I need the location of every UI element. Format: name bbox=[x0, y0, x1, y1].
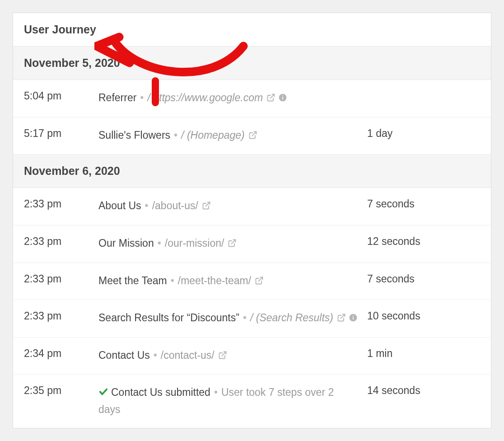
separator-dot: • bbox=[145, 200, 149, 211]
svg-rect-11 bbox=[353, 315, 354, 316]
check-icon bbox=[98, 385, 108, 402]
entry-time: 5:04 pm bbox=[24, 90, 98, 102]
entry-path: https://www.google.com bbox=[153, 92, 263, 103]
entry-title: Referrer bbox=[98, 92, 136, 103]
entry-main: Search Results for “Discounts”•/ (Search… bbox=[98, 310, 367, 327]
entry-path-prefix: / bbox=[181, 129, 187, 141]
entry-time: 2:33 pm bbox=[24, 273, 98, 285]
entry-path: (Homepage) bbox=[187, 129, 245, 141]
entry-time: 5:17 pm bbox=[24, 127, 98, 140]
entry-path: /our-mission/ bbox=[165, 237, 224, 249]
entry-duration: 1 day bbox=[367, 127, 480, 140]
svg-line-8 bbox=[341, 314, 345, 319]
separator-dot: • bbox=[174, 129, 177, 141]
entry-path-prefix: / bbox=[250, 312, 256, 324]
info-icon[interactable] bbox=[278, 91, 287, 107]
separator-dot: • bbox=[140, 92, 144, 103]
entry-title: Meet the Team bbox=[98, 275, 167, 286]
panel-title: User Journey bbox=[24, 23, 480, 36]
journey-entry: 2:33 pmSearch Results for “Discounts”•/ … bbox=[13, 300, 491, 338]
external-link-icon[interactable] bbox=[248, 128, 257, 145]
journey-entry: 5:17 pmSullie's Flowers•/ (Homepage)1 da… bbox=[13, 117, 491, 155]
svg-rect-10 bbox=[353, 317, 354, 320]
external-link-icon[interactable] bbox=[218, 348, 227, 365]
separator-dot: • bbox=[171, 275, 174, 286]
entry-time: 2:33 pm bbox=[24, 310, 98, 322]
external-link-icon[interactable] bbox=[337, 311, 346, 327]
external-link-icon[interactable] bbox=[255, 274, 264, 290]
svg-rect-2 bbox=[282, 97, 283, 99]
entry-duration: 10 seconds bbox=[367, 310, 480, 322]
entry-main: Contact Us•/contact-us/ bbox=[98, 347, 367, 365]
entry-title: Our Mission bbox=[98, 237, 154, 249]
entry-main: Referrer•/ https://www.google.com bbox=[98, 90, 367, 107]
journey-entry: 2:33 pmAbout Us•/about-us/7 seconds bbox=[13, 188, 491, 225]
date-header: November 5, 2020 bbox=[13, 47, 491, 80]
entry-path-prefix: / bbox=[147, 92, 153, 103]
entry-main: Meet the Team•/meet-the-team/ bbox=[98, 273, 367, 290]
separator-dot: • bbox=[243, 312, 247, 324]
date-header: November 6, 2020 bbox=[13, 155, 491, 188]
separator-dot: • bbox=[214, 386, 218, 398]
entry-title: Contact Us bbox=[98, 349, 150, 361]
entry-main: About Us•/about-us/ bbox=[98, 198, 367, 215]
entry-path: /about-us/ bbox=[152, 200, 198, 211]
svg-line-7 bbox=[258, 277, 262, 281]
entry-duration: 12 seconds bbox=[367, 235, 480, 248]
journey-entry: 2:33 pmMeet the Team•/meet-the-team/7 se… bbox=[13, 263, 491, 300]
entry-title: Search Results for “Discounts” bbox=[98, 312, 239, 324]
entry-time: 2:33 pm bbox=[24, 235, 98, 248]
journey-entry: 2:35 pmContact Us submitted•User took 7 … bbox=[13, 375, 491, 427]
svg-line-12 bbox=[222, 352, 226, 356]
svg-line-6 bbox=[232, 239, 236, 244]
entry-path: /meet-the-team/ bbox=[178, 275, 251, 286]
entry-path: (Search Results) bbox=[256, 312, 333, 324]
entry-duration: 7 seconds bbox=[367, 273, 480, 285]
journey-entry: 2:33 pmOur Mission•/our-mission/12 secon… bbox=[13, 225, 491, 263]
entry-title: Sullie's Flowers bbox=[98, 129, 170, 141]
journey-groups: November 5, 20205:04 pmReferrer•/ https:… bbox=[13, 47, 491, 428]
external-link-icon[interactable] bbox=[266, 91, 275, 107]
info-icon[interactable] bbox=[349, 311, 358, 327]
entry-duration: 14 seconds bbox=[367, 385, 480, 397]
entry-path: /contact-us/ bbox=[161, 349, 215, 361]
svg-line-4 bbox=[252, 131, 256, 136]
entry-main: Our Mission•/our-mission/ bbox=[98, 235, 367, 253]
entry-time: 2:35 pm bbox=[24, 385, 98, 397]
separator-dot: • bbox=[154, 349, 157, 361]
entry-main: Contact Us submitted•User took 7 steps o… bbox=[98, 385, 367, 418]
entry-duration: 1 min bbox=[367, 347, 480, 360]
user-journey-panel: User Journey November 5, 20205:04 pmRefe… bbox=[13, 13, 491, 428]
entry-title: About Us bbox=[98, 200, 141, 211]
svg-rect-3 bbox=[282, 95, 283, 96]
separator-dot: • bbox=[158, 237, 161, 249]
panel-header: User Journey bbox=[13, 13, 491, 47]
entry-time: 2:34 pm bbox=[24, 347, 98, 360]
entry-time: 2:33 pm bbox=[24, 198, 98, 210]
svg-line-5 bbox=[205, 202, 210, 206]
external-link-icon[interactable] bbox=[202, 199, 211, 215]
svg-line-0 bbox=[270, 94, 274, 99]
entry-main: Sullie's Flowers•/ (Homepage) bbox=[98, 127, 367, 145]
entry-title: Contact Us submitted bbox=[111, 386, 210, 398]
journey-entry: 2:34 pmContact Us•/contact-us/1 min bbox=[13, 338, 491, 375]
external-link-icon[interactable] bbox=[228, 236, 237, 253]
entry-duration: 7 seconds bbox=[367, 198, 480, 210]
journey-entry: 5:04 pmReferrer•/ https://www.google.com bbox=[13, 80, 491, 117]
